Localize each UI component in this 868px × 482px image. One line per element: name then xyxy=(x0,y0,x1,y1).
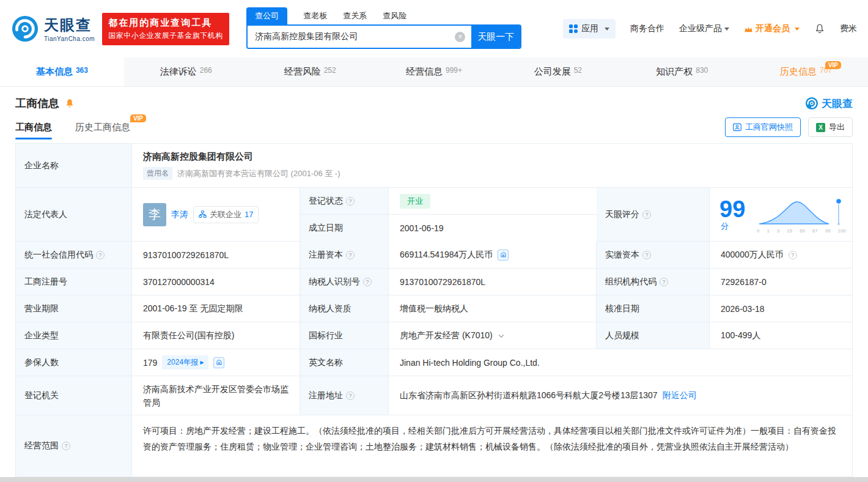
search-button[interactable]: 天眼一下 xyxy=(471,26,520,48)
english-name-label: 英文名称 xyxy=(300,349,389,376)
related-companies-count: 17 xyxy=(245,210,253,219)
business-info-table: 企业名称 济南高新控股集团有限公司 曾用名 济南高新国有资本营运有限公司 (20… xyxy=(15,143,853,477)
table-row: 企业类型 有限责任公司(国有控股) 国标行业 房地产开发经营 (K7010) 人… xyxy=(16,322,852,349)
help-icon[interactable]: ? xyxy=(346,197,355,206)
search-box: × 天眼一下 xyxy=(246,24,521,49)
tab-label: 经营信息 xyxy=(406,66,443,78)
content: 工商信息 天眼查 工商信息 历史工商信息 VIP xyxy=(0,87,868,477)
monitor-bell-icon[interactable] xyxy=(64,98,75,109)
insured-detail-icon[interactable] xyxy=(213,357,224,368)
subtab-business-info[interactable]: 工商信息 xyxy=(15,116,52,139)
subtab-actions: 工商官网快照 X 导出 xyxy=(725,117,853,137)
insured-count: 179 xyxy=(143,358,157,368)
tab-label: 法律诉讼 xyxy=(160,66,197,78)
credit-code: 91370100729261870L xyxy=(132,242,300,269)
tab-count: 999+ xyxy=(446,66,462,75)
industry-label: 国标行业 xyxy=(300,322,389,349)
chevron-down-icon[interactable] xyxy=(498,332,505,339)
tab-history-info[interactable]: VIP 历史信息 707 xyxy=(744,57,868,86)
help-icon[interactable]: ? xyxy=(346,251,355,259)
taxpayer-id: 91370100729261870L xyxy=(389,269,597,295)
score-label: 天眼评分 xyxy=(605,209,639,220)
help-icon[interactable]: ? xyxy=(96,251,105,259)
org-code: 72926187-0 xyxy=(710,269,852,295)
legal-rep-link[interactable]: 李涛 xyxy=(171,209,188,220)
clear-icon[interactable]: × xyxy=(455,32,465,42)
page-bottom-strip xyxy=(0,477,868,482)
subtab-history-business-info[interactable]: 历史工商信息 VIP xyxy=(75,116,130,139)
paid-capital: 400000万人民币 xyxy=(721,250,784,261)
help-icon[interactable]: ? xyxy=(789,251,797,259)
nav-enterprise-label: 企业级产品 xyxy=(679,23,722,34)
reg-number-label: 工商注册号 xyxy=(16,269,132,295)
industry-cell: 房地产开发经营 (K7010) xyxy=(389,322,597,349)
tab-label: 历史信息 xyxy=(780,66,817,78)
search-input[interactable] xyxy=(248,26,455,48)
related-companies-button[interactable]: 关联企业 17 xyxy=(193,206,259,223)
help-icon[interactable]: ? xyxy=(62,442,70,450)
brand-domain: TianYanCha.com xyxy=(44,35,95,42)
reg-capital: 669114.541984万人民币 xyxy=(400,250,493,261)
crown-icon xyxy=(744,25,753,33)
help-icon[interactable]: ? xyxy=(363,278,372,286)
tab-label: 基本信息 xyxy=(36,66,73,78)
help-icon[interactable]: ? xyxy=(660,278,668,286)
notifications-bell[interactable] xyxy=(814,23,825,34)
company-type: 有限责任公司(国有控股) xyxy=(132,322,300,349)
help-icon[interactable]: ? xyxy=(642,210,651,219)
search-tab-risk[interactable]: 查风险 xyxy=(383,10,406,24)
table-row: 企业名称 济南高新控股集团有限公司 曾用名 济南高新国有资本营运有限公司 (20… xyxy=(16,144,852,188)
address-label: 注册地址 xyxy=(309,390,343,401)
nav-enterprise[interactable]: 企业级产品 xyxy=(679,23,729,34)
reg-status-cell: 开业 xyxy=(389,188,597,215)
help-icon[interactable]: ? xyxy=(346,391,355,400)
company-name: 济南高新控股集团有限公司 xyxy=(143,151,340,163)
apps-button[interactable]: 应用 xyxy=(563,19,616,39)
related-companies-label: 关联企业 xyxy=(210,209,241,220)
search-tab-company[interactable]: 查公司 xyxy=(246,7,287,24)
user-menu[interactable]: 费米 xyxy=(840,23,857,34)
chevron-down-icon xyxy=(795,28,800,31)
reg-number: 370127000000314 xyxy=(132,269,300,295)
help-icon[interactable]: ? xyxy=(642,251,651,259)
main-tab-bar: 基本信息 363 法律诉讼 266 经营风险 252 经营信息 999+ 公司发… xyxy=(0,57,868,87)
former-name: 济南高新国有资本营运有限公司 (2001-06 至 -) xyxy=(177,168,340,179)
subtab-bar: 工商信息 历史工商信息 VIP 工商官网快照 X 导出 xyxy=(15,114,853,141)
apps-label: 应用 xyxy=(581,23,598,34)
establish-date-label: 成立日期 xyxy=(300,215,389,242)
nearby-companies-link[interactable]: 附近公司 xyxy=(663,390,697,401)
tab-company-development[interactable]: 公司发展 52 xyxy=(496,57,620,86)
legal-rep-label: 法定代表人 xyxy=(16,188,132,242)
search-tab-boss[interactable]: 查老板 xyxy=(303,10,327,24)
open-membership-button[interactable]: 开通会员 xyxy=(744,23,800,34)
reg-status-label: 登记状态 xyxy=(309,196,343,207)
paid-capital-cell: 400000万人民币 ? xyxy=(710,242,852,269)
table-row: 成立日期 2001-06-19 xyxy=(300,215,597,242)
tab-operation-risk[interactable]: 经营风险 252 xyxy=(248,57,372,86)
score-slider-knob xyxy=(836,198,842,204)
tab-basic-info[interactable]: 基本信息 363 xyxy=(0,57,124,86)
capital-detail-icon[interactable] xyxy=(498,250,509,261)
tab-label: 知识产权 xyxy=(656,66,693,78)
tab-legal-litigation[interactable]: 法律诉讼 266 xyxy=(124,57,248,86)
tab-operation-info[interactable]: 经营信息 999+ xyxy=(372,57,496,86)
reg-authority-label: 登记机关 xyxy=(16,376,132,415)
page: 天眼查 TianYanCha.com 都在用的商业查询工具 国家中小企业发展子基… xyxy=(0,0,868,482)
search-tab-relation[interactable]: 查关系 xyxy=(343,10,367,24)
annual-report-badge[interactable]: 2024年报 ▸ xyxy=(162,355,208,369)
insured-label: 参保人数 xyxy=(16,349,132,376)
reg-capital-label-cell: 注册资本 ? xyxy=(300,242,389,269)
tab-count: 266 xyxy=(200,66,212,75)
legal-rep-avatar[interactable]: 李 xyxy=(143,203,166,226)
approval-date: 2026-03-18 xyxy=(710,295,852,322)
reg-status-label-cell: 登记状态 ? xyxy=(300,188,389,215)
address-cell: 山东省济南市高新区孙村街道科航路1066号科航大厦2号楼13层1307 附近公司 xyxy=(389,376,852,415)
export-button[interactable]: X 导出 xyxy=(808,117,853,137)
banner-line2: 国家中小企业发展子基金旗下机构 xyxy=(108,31,223,41)
tianyancha-logo[interactable]: 天眼查 TianYanCha.com xyxy=(11,15,95,43)
nav-cooperation[interactable]: 商务合作 xyxy=(630,23,664,34)
tab-label: 经营风险 xyxy=(284,66,321,78)
official-snapshot-button[interactable]: 工商官网快照 xyxy=(725,117,801,137)
tab-intellectual-property[interactable]: 知识产权 830 xyxy=(620,57,744,86)
brand-banner: 都在用的商业查询工具 国家中小企业发展子基金旗下机构 xyxy=(102,13,229,45)
